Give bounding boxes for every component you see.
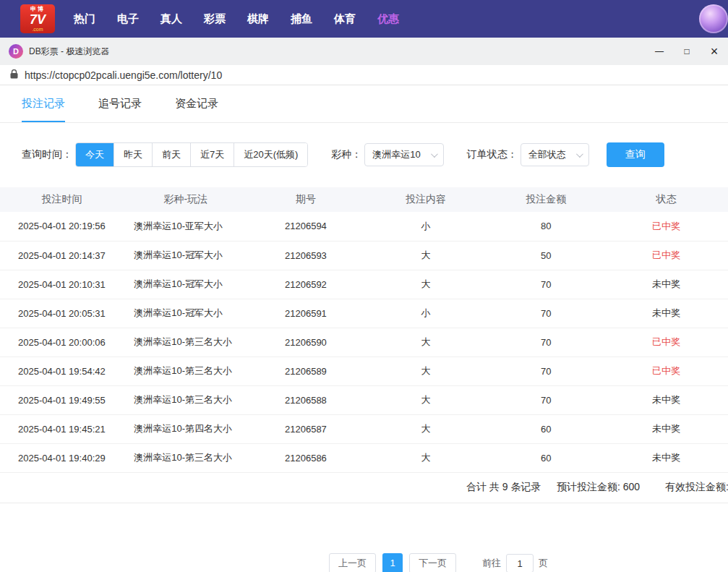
cell-bet-amount: 70 [488,357,604,385]
cell-bet-content: 小 [364,212,487,241]
time-option-yesterday[interactable]: 昨天 [114,143,153,166]
next-page-button[interactable]: 下一页 [409,553,456,572]
cell-bet-content: 大 [364,414,487,443]
table-row: 2025-04-01 20:14:37 澳洲幸运10-冠军大小 21206593… [0,241,728,270]
cell-play-type: 澳洲幸运10-第四名大小 [124,414,247,443]
user-avatar[interactable] [699,4,728,33]
window-title: DB彩票 - 极速浏览器 [29,46,109,58]
lottery-records-page: 投注记录 追号记录 资金记录 查询时间： 今天 昨天 前天 近7天 近20天(低… [0,85,728,572]
lottery-select-label: 彩种： [331,148,361,161]
cell-status: 未中奖 [604,414,728,443]
browser-titlebar: D DB彩票 - 极速浏览器 — □ × [0,38,728,65]
current-page-button[interactable]: 1 [382,553,403,572]
cell-bet-time: 2025-04-01 20:00:06 [0,328,124,357]
cell-issue-number: 21206589 [247,357,364,385]
lottery-select-value: 澳洲幸运10 [372,148,420,161]
cell-bet-time: 2025-04-01 19:40:29 [0,443,124,472]
search-button[interactable]: 查询 [607,142,664,167]
cell-status: 未中奖 [604,270,728,299]
table-row: 2025-04-01 19:40:29 澳洲幸运10-第三名大小 2120658… [0,443,728,472]
cell-bet-amount: 70 [488,328,604,357]
chevron-down-icon [576,150,583,158]
cell-issue-number: 21206587 [247,414,364,443]
cell-bet-amount: 70 [488,385,604,414]
close-button[interactable]: × [701,38,728,65]
cell-bet-amount: 60 [488,443,604,472]
time-option-today[interactable]: 今天 [76,143,114,166]
cell-bet-time: 2025-04-01 20:14:37 [0,241,124,270]
cell-bet-time: 2025-04-01 20:19:56 [0,212,124,241]
nav-item-chess[interactable]: 棋牌 [247,12,269,26]
cell-status: 未中奖 [604,385,728,414]
tab-fund-records[interactable]: 资金记录 [175,85,218,122]
tab-bet-records[interactable]: 投注记录 [22,85,65,122]
bet-records-table: 投注时间 彩种-玩法 期号 投注内容 投注金额 状态 2025-04-01 20… [0,187,728,473]
chevron-down-icon [431,150,438,158]
summary-row: 合计 共 9 条记录 预计投注金额: 600 有效投注金额: [0,473,728,503]
header-status: 状态 [604,187,728,212]
pagination: 上一页 1 下一页 前往 页 [329,553,548,572]
time-filter-group: 今天 昨天 前天 近7天 近20天(低频) [75,142,308,167]
maximize-button[interactable]: □ [673,38,701,65]
cell-bet-amount: 70 [488,270,604,299]
logo-text-main: 7V [30,13,46,26]
lottery-select[interactable]: 澳洲幸运10 [364,143,443,166]
logo-text-top: 申博 [30,7,45,12]
cell-issue-number: 21206592 [247,270,364,299]
logo-text-bottom: .com [32,27,43,32]
cell-play-type: 澳洲幸运10-冠军大小 [124,270,247,299]
goto-page-input[interactable] [506,554,534,572]
filter-bar: 查询时间： 今天 昨天 前天 近7天 近20天(低频) 彩种： 澳洲幸运10 订… [0,142,728,167]
cell-bet-content: 大 [364,328,487,357]
cell-play-type: 澳洲幸运10-第三名大小 [124,443,247,472]
cell-status: 已中奖 [604,328,728,357]
nav-item-hot[interactable]: 热门 [74,12,95,26]
cell-bet-amount: 60 [488,414,604,443]
time-filter-label: 查询时间： [22,148,72,161]
time-option-day-before[interactable]: 前天 [153,143,191,166]
nav-item-live[interactable]: 真人 [160,12,182,26]
cell-bet-content: 小 [364,299,487,328]
cell-bet-time: 2025-04-01 19:54:42 [0,357,124,385]
goto-page-unit-label: 页 [539,557,548,570]
nav-item-promo[interactable]: 优惠 [377,12,399,26]
site-navbar: 申博 7V .com 热门 电子 真人 彩票 棋牌 捕鱼 体育 优惠 [0,0,728,38]
table-row: 2025-04-01 20:19:56 澳洲幸运10-亚军大小 21206594… [0,212,728,241]
site-nav-items: 热门 电子 真人 彩票 棋牌 捕鱼 体育 优惠 [74,12,399,26]
header-bet-time: 投注时间 [0,187,124,212]
valid-bet-amount: 有效投注金额: [665,481,728,494]
cell-issue-number: 21206590 [247,328,364,357]
cell-bet-amount: 80 [488,212,604,241]
cell-status: 已中奖 [604,241,728,270]
cell-bet-time: 2025-04-01 19:45:21 [0,414,124,443]
order-status-select[interactable]: 全部状态 [521,143,589,166]
site-logo[interactable]: 申博 7V .com [20,4,55,33]
minimize-button[interactable]: — [646,38,673,65]
nav-item-fishing[interactable]: 捕鱼 [291,12,312,26]
table-row: 2025-04-01 19:54:42 澳洲幸运10-第三名大小 2120658… [0,357,728,385]
order-status-value: 全部状态 [528,148,566,161]
table-row: 2025-04-01 19:49:55 澳洲幸运10-第三名大小 2120658… [0,385,728,414]
nav-item-lottery[interactable]: 彩票 [204,12,226,26]
cell-bet-content: 大 [364,443,487,472]
tab-chase-records[interactable]: 追号记录 [98,85,142,122]
nav-item-sports[interactable]: 体育 [334,12,356,26]
cell-issue-number: 21206586 [247,443,364,472]
goto-label: 前往 [482,557,501,570]
time-option-7days[interactable]: 近7天 [191,143,234,166]
table-row: 2025-04-01 20:00:06 澳洲幸运10-第三名大小 2120659… [0,328,728,357]
address-bar: https://ctopcp02pcali.uengi5e.com/lotter… [0,65,728,85]
prev-page-button[interactable]: 上一页 [329,553,376,572]
window-controls: — □ × [646,38,728,65]
table-header-row: 投注时间 彩种-玩法 期号 投注内容 投注金额 状态 [0,187,728,212]
time-option-20days[interactable]: 近20天(低频) [234,143,307,166]
cell-status: 已中奖 [604,212,728,241]
nav-item-electronic[interactable]: 电子 [117,12,139,26]
cell-play-type: 澳洲幸运10-冠军大小 [124,299,247,328]
cell-issue-number: 21206588 [247,385,364,414]
cell-issue-number: 21206591 [247,299,364,328]
record-count-total: 合计 共 9 条记录 [466,481,541,494]
cell-play-type: 澳洲幸运10-冠军大小 [124,241,247,270]
cell-bet-amount: 70 [488,299,604,328]
url-field[interactable]: https://ctopcp02pcali.uengi5e.com/lotter… [25,69,222,81]
